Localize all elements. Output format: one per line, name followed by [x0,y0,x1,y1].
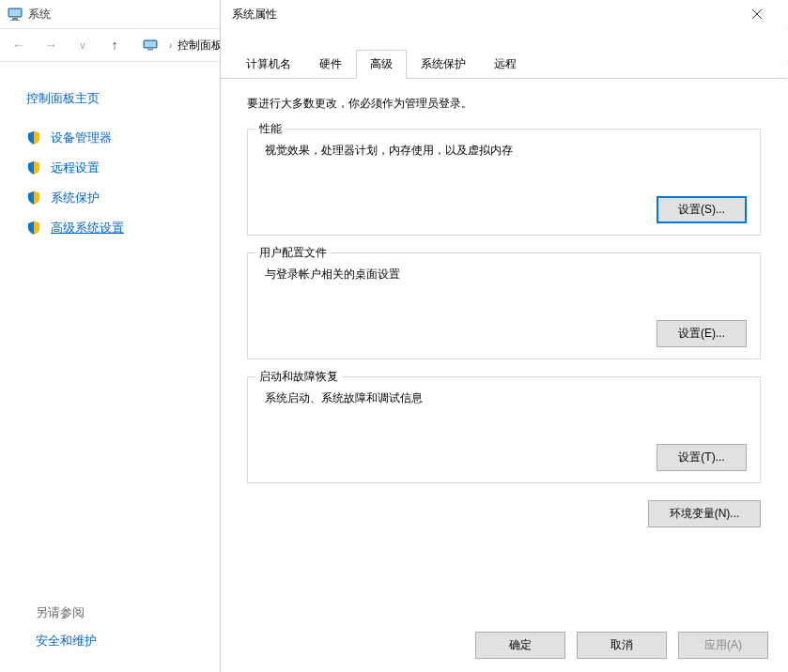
sidebar-item-advanced[interactable]: 高级系统设置 [26,220,124,237]
group-description: 与登录帐户相关的桌面设置 [265,267,747,283]
group-legend: 启动和故障恢复 [255,369,342,385]
tab-bar: 计算机名 硬件 高级 系统保护 远程 [221,49,787,79]
see-also-link[interactable]: 安全和维护 [36,633,97,649]
up-button[interactable]: ↑ [105,36,124,54]
sidebar-item-protection[interactable]: 系统保护 [26,190,124,206]
computer-icon [8,7,23,22]
back-button[interactable]: ← [9,36,28,54]
sidebar-item-device-manager[interactable]: 设备管理器 [26,130,124,146]
sidebar-item-label[interactable]: 设备管理器 [51,130,112,146]
shield-icon [26,130,41,145]
svg-rect-2 [12,18,18,20]
svg-rect-5 [145,41,156,47]
computer-icon [143,39,158,51]
close-button[interactable] [738,1,776,27]
startup-recovery-settings-button[interactable]: 设置(T)... [657,444,747,471]
recent-dropdown[interactable]: v [73,36,92,54]
svg-rect-6 [147,49,153,51]
see-also-section: 另请参阅 安全和维护 [36,604,97,649]
group-legend: 用户配置文件 [255,245,331,261]
breadcrumb-item[interactable]: 控制面板 [178,38,223,53]
tab-hardware[interactable]: 硬件 [305,50,356,79]
sidebar-home-link[interactable]: 控制面板主页 [26,90,124,107]
dialog-title: 系统属性 [232,7,277,23]
apply-button[interactable]: 应用(A) [678,632,768,659]
startup-recovery-group: 启动和故障恢复 系统启动、系统故障和调试信息 设置(T)... [247,376,761,483]
user-profiles-group: 用户配置文件 与登录帐户相关的桌面设置 设置(E)... [247,252,761,359]
group-description: 视觉效果，处理器计划，内存使用，以及虚拟内存 [265,143,747,159]
performance-group: 性能 视觉效果，处理器计划，内存使用，以及虚拟内存 设置(S)... [247,129,761,236]
tab-remote[interactable]: 远程 [480,50,531,79]
shield-icon [26,221,41,236]
group-legend: 性能 [255,121,286,137]
sidebar-item-remote[interactable]: 远程设置 [26,160,124,176]
shield-icon [26,191,41,206]
group-description: 系统启动、系统故障和调试信息 [265,390,747,406]
admin-note: 要进行大多数更改，你必须作为管理员登录。 [247,96,761,112]
user-profiles-settings-button[interactable]: 设置(E)... [657,320,747,347]
svg-rect-3 [10,20,20,21]
forward-button[interactable]: → [41,36,60,54]
dialog-body: 要进行大多数更改，你必须作为管理员登录。 性能 视觉效果，处理器计划，内存使用，… [221,79,787,544]
dialog-titlebar: 系统属性 [221,0,787,28]
sidebar-item-label[interactable]: 系统保护 [51,190,100,206]
dialog-button-row: 确定 取消 应用(A) [475,632,768,659]
close-icon [751,8,763,20]
chevron-right-icon: › [169,40,172,51]
tab-advanced[interactable]: 高级 [356,50,407,79]
environment-variables-button[interactable]: 环境变量(N)... [648,500,761,527]
svg-rect-1 [9,9,21,16]
ok-button[interactable]: 确定 [475,632,565,659]
sidebar-item-label[interactable]: 远程设置 [51,160,100,176]
address-bar[interactable]: › 控制面板 [143,38,223,53]
see-also-header: 另请参阅 [36,604,97,621]
shield-icon [26,160,41,176]
performance-settings-button[interactable]: 设置(S)... [657,196,747,223]
env-row: 环境变量(N)... [247,500,761,527]
sidebar: 控制面板主页 设备管理器 远程设置 系统保护 高级系统设置 [26,90,124,250]
tab-protection[interactable]: 系统保护 [407,50,480,79]
cancel-button[interactable]: 取消 [577,632,667,659]
window-title: 系统 [28,7,51,23]
tab-computer-name[interactable]: 计算机名 [232,50,305,79]
sidebar-item-label[interactable]: 高级系统设置 [51,220,124,237]
system-properties-dialog: 系统属性 计算机名 硬件 高级 系统保护 远程 要进行大多数更改，你必须作为管理… [220,0,787,672]
